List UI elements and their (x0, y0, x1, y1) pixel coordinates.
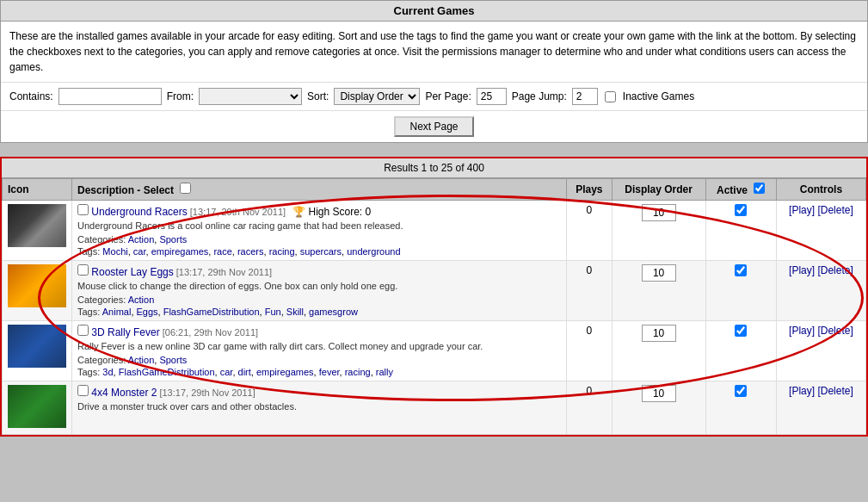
col-icon: Icon (3, 179, 72, 201)
tag-link[interactable]: Fun (265, 307, 281, 317)
tag-link[interactable]: FlashGameDistribution (163, 307, 260, 317)
tags-label: Tags: (77, 367, 102, 377)
game-active-checkbox[interactable] (735, 325, 747, 337)
game-categories-line: Categories: Action, Sports (77, 234, 561, 245)
game-title-link[interactable]: 3D Rally Fever (91, 326, 159, 338)
game-timestamp: [13:17, 29th Nov 2011] (157, 387, 255, 398)
page-jump-input[interactable] (572, 88, 598, 105)
game-timestamp: [13:17, 29th Nov 2011] (174, 267, 272, 277)
play-link[interactable]: [Play] (789, 264, 815, 276)
tags-label: Tags: (77, 307, 102, 317)
game-active-cell (705, 381, 776, 435)
game-select-checkbox[interactable] (77, 325, 89, 336)
tag-link[interactable]: 3d (102, 367, 113, 377)
tag-link[interactable]: racing (269, 246, 295, 257)
game-title-link[interactable]: Underground Racers (91, 206, 187, 218)
contains-input[interactable] (58, 88, 162, 105)
delete-link[interactable]: [Delete] (817, 385, 853, 397)
game-active-checkbox[interactable] (735, 204, 747, 216)
tag-link[interactable]: Eggs (137, 307, 158, 317)
table-header-row: Icon Description - Select Plays Display … (3, 179, 866, 201)
display-order-input[interactable] (642, 264, 676, 282)
tag-link[interactable]: FlashGameDistribution (119, 367, 215, 377)
col-active: Active (705, 179, 776, 201)
category-link[interactable]: Sports (159, 355, 187, 365)
sort-select[interactable]: Display Order Title Plays Date Added (334, 88, 420, 105)
game-timestamp: [13:17, 29th Nov 2011] (188, 207, 286, 217)
current-games-header: Current Games (1, 1, 867, 22)
game-tags-line: Tags: 3d, FlashGameDistribution, car, di… (77, 367, 561, 377)
category-link[interactable]: Action (128, 234, 155, 245)
delete-link[interactable]: [Delete] (817, 325, 853, 337)
tag-link[interactable]: fever (319, 367, 340, 377)
category-link[interactable]: Action (128, 355, 155, 365)
game-icon (8, 204, 66, 247)
category-link[interactable]: Sports (159, 234, 187, 245)
col-plays: Plays (566, 179, 612, 201)
tag-link[interactable]: racers (237, 246, 264, 257)
tag-link[interactable]: supercars (300, 246, 342, 257)
game-title-link[interactable]: Rooster Lay Eggs (91, 266, 173, 278)
game-active-checkbox[interactable] (735, 385, 747, 397)
tag-link[interactable]: gamesgrow (309, 307, 358, 317)
select-all-checkbox[interactable] (180, 183, 191, 194)
tag-link[interactable]: car (133, 246, 146, 257)
game-select-checkbox[interactable] (77, 264, 89, 276)
tags-label: Tags: (77, 246, 102, 257)
display-order-input[interactable] (642, 385, 676, 402)
tag-link[interactable]: Animal (102, 307, 132, 317)
trophy-icon: 🏆 (292, 206, 305, 218)
active-header-checkbox[interactable] (754, 183, 765, 194)
top-section: Current Games These are the installed ga… (0, 0, 868, 143)
inactive-games-checkbox[interactable] (605, 91, 616, 102)
game-select-checkbox[interactable] (77, 385, 89, 396)
game-select-checkbox[interactable] (77, 204, 89, 215)
play-link[interactable]: [Play] (789, 204, 815, 216)
page-title: Current Games (394, 4, 475, 17)
game-display-order-cell (612, 321, 705, 381)
delete-link[interactable]: [Delete] (817, 204, 853, 216)
game-icon-cell (3, 261, 72, 321)
next-page-button[interactable]: Next Page (394, 116, 473, 137)
tag-link[interactable]: race (213, 246, 231, 257)
tag-link[interactable]: empiregames (256, 367, 314, 377)
game-title-link[interactable]: 4x4 Monster 2 (91, 387, 157, 399)
tag-link[interactable]: Mochi (102, 246, 127, 257)
game-icon (8, 325, 66, 368)
display-order-input[interactable] (642, 204, 676, 221)
game-description-cell: Underground Racers [13:17, 29th Nov 2011… (72, 201, 567, 261)
game-active-checkbox[interactable] (735, 264, 747, 276)
tag-link[interactable]: dirt (238, 367, 251, 377)
categories-label: Categories: (77, 355, 128, 365)
play-link[interactable]: [Play] (789, 385, 815, 397)
next-page-row: Next Page (1, 110, 867, 142)
play-link[interactable]: [Play] (789, 325, 815, 337)
tag-link[interactable]: racing (345, 367, 371, 377)
tag-link[interactable]: Skill (286, 307, 304, 317)
table-row: 4x4 Monster 2 [13:17, 29th Nov 2011]Driv… (3, 381, 866, 435)
tag-link[interactable]: rally (376, 367, 393, 377)
tag-link[interactable]: underground (347, 246, 400, 257)
delete-link[interactable]: [Delete] (817, 264, 853, 276)
game-tags-line: Tags: Animal, Eggs, FlashGameDistributio… (77, 307, 561, 317)
results-header: Results 1 to 25 of 400 (2, 158, 866, 178)
categories-label: Categories: (77, 234, 128, 245)
game-icon-cell (3, 381, 72, 435)
from-select[interactable] (199, 88, 302, 105)
display-order-input[interactable] (642, 325, 676, 342)
game-description-cell: Rooster Lay Eggs [13:17, 29th Nov 2011]M… (72, 261, 567, 321)
tag-link[interactable]: empiregames (151, 246, 209, 257)
game-plays: 0 (566, 201, 612, 261)
tag-link[interactable]: car (220, 367, 233, 377)
game-controls-cell: [Play] [Delete] (776, 261, 865, 321)
game-timestamp: [06:21, 29th Nov 2011] (160, 327, 258, 338)
per-page-input[interactable] (477, 88, 507, 105)
games-table: Icon Description - Select Plays Display … (2, 178, 866, 435)
game-controls-cell: [Play] [Delete] (776, 381, 865, 435)
category-link[interactable]: Action (128, 294, 155, 305)
game-controls-cell: [Play] [Delete] (776, 201, 865, 261)
table-row: Underground Racers [13:17, 29th Nov 2011… (3, 201, 866, 261)
game-description-text: Mouse click to change the direction of e… (77, 281, 561, 291)
col-display-order: Display Order (612, 179, 705, 201)
game-controls-cell: [Play] [Delete] (776, 321, 865, 381)
